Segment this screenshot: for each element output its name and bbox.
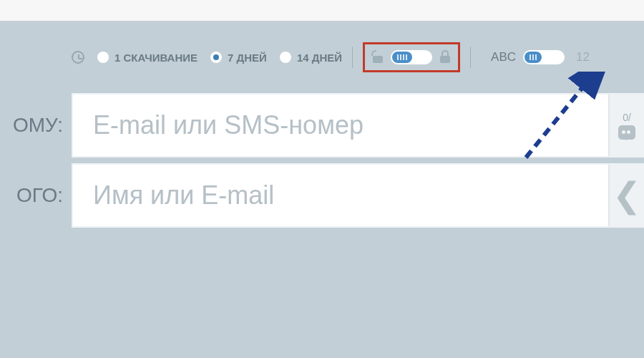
sms-count-badge[interactable]: 0/ [608,95,644,156]
password-length-group: ABC 12 [491,50,590,64]
radio-dot [210,52,222,63]
window-chrome-gap [0,0,644,21]
sms-count-text: 0/ [623,112,631,123]
lock-icon [439,52,451,63]
clock-icon [72,51,84,64]
unlock-icon [372,52,384,63]
recipient-row: ОМУ: E-mail или SMS-номер 0/ [0,93,644,158]
radio-label: 7 ДНЕЙ [228,52,267,64]
sender-label: ОГО: [0,163,72,228]
encryption-slider[interactable] [391,50,432,64]
password-length-slider[interactable] [523,50,565,64]
recipient-label: ОМУ: [0,93,72,158]
radio-1-download[interactable]: 1 СКАЧИВАНИЕ [97,52,197,64]
sender-row: ОГО: Имя или E-mail ❮ [0,163,644,228]
radio-dot [280,52,291,63]
radio-label: 14 ДНЕЙ [297,52,342,64]
expiry-radio-group: 1 СКАЧИВАНИЕ 7 ДНЕЙ 14 ДНЕЙ [97,52,342,64]
options-toolbar: 1 СКАЧИВАНИЕ 7 ДНЕЙ 14 ДНЕЙ ABC [0,21,644,93]
radio-14-days[interactable]: 14 ДНЕЙ [280,52,342,64]
radio-dot [97,52,109,63]
separator [470,47,471,68]
radio-7-days[interactable]: 7 ДНЕЙ [210,52,267,64]
encryption-highlight [363,42,460,72]
abc-label: ABC [491,50,516,64]
chat-bubble-icon [618,125,635,140]
sender-input[interactable]: Имя или E-mail [72,165,608,226]
recipient-input[interactable]: E-mail или SMS-номер [72,95,608,156]
separator [352,47,353,68]
reply-badge[interactable]: ❮ [608,165,644,226]
radio-label: 1 СКАЧИВАНИЕ [114,52,197,64]
password-length-value: 12 [576,50,590,64]
reply-arrow-icon: ❮ [613,178,641,213]
